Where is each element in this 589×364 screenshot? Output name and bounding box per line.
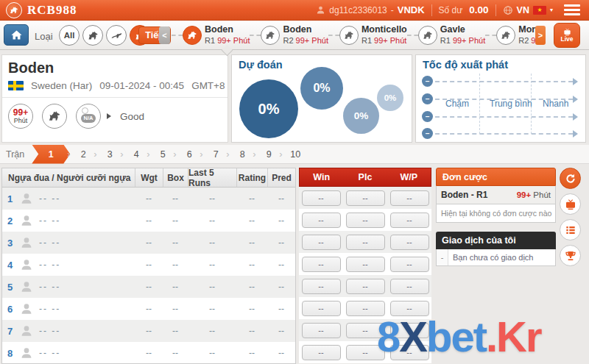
greyhound-icon xyxy=(110,29,123,42)
win-odds-button[interactable]: -- xyxy=(302,345,341,360)
race-venue: Gavle xyxy=(440,24,485,36)
countdown-badge: 99+ Phút xyxy=(8,104,33,129)
runner-box: -- xyxy=(163,304,188,314)
runner-box: -- xyxy=(163,193,188,204)
refresh-button[interactable] xyxy=(560,168,581,189)
win-odds-button[interactable]: -- xyxy=(302,323,341,338)
runner-number: 4 xyxy=(2,260,17,271)
prediction-panel: Dự đoán 0% 0% 0% 0% xyxy=(231,54,412,143)
race-tab[interactable]: Monticello R2 99+ Phút xyxy=(485,21,540,49)
wp-odds-button[interactable]: -- xyxy=(390,279,429,294)
race-tab[interactable]: Monticello R1 99+ Phút xyxy=(328,21,407,49)
runner-box: -- xyxy=(163,238,188,248)
win-odds-button[interactable]: -- xyxy=(302,235,341,250)
wp-odds-button[interactable]: -- xyxy=(390,213,429,228)
runner-number: 8 xyxy=(2,348,17,359)
plc-odds-button[interactable]: -- xyxy=(346,279,385,294)
race-nav-bar: Loại All Tiếp < Boden R1 99+ Phút xyxy=(0,21,589,50)
results-list-button[interactable] xyxy=(560,219,581,240)
race-venue: Boden xyxy=(205,24,250,36)
race-tab[interactable]: Boden R2 99+ Phút xyxy=(250,21,328,49)
filter-greyhound-button[interactable] xyxy=(106,25,127,46)
wp-odds-button[interactable]: -- xyxy=(390,323,429,338)
runner-wgt: -- xyxy=(135,348,163,358)
odds-row: -- -- -- xyxy=(299,275,431,297)
win-odds-button[interactable]: -- xyxy=(302,190,341,206)
tab-connector-line xyxy=(328,35,339,36)
win-odds-button[interactable]: -- xyxy=(302,279,341,294)
menu-icon[interactable] xyxy=(564,4,580,15)
wp-odds-button[interactable]: -- xyxy=(390,345,429,360)
race-number-tab[interactable]: 2 xyxy=(70,145,96,164)
column-header-wp: W/P xyxy=(387,172,431,182)
wp-odds-button[interactable]: -- xyxy=(390,257,429,272)
runner-row: 8 -- -- -- -- -- -- -- xyxy=(2,342,295,364)
plc-odds-button[interactable]: -- xyxy=(346,235,385,250)
runner-last5runs: -- xyxy=(188,326,236,336)
language-code: VN xyxy=(517,5,529,15)
runner-number: 1 xyxy=(2,193,17,204)
brand-logo[interactable]: RCB988 xyxy=(0,2,77,18)
plc-odds-button[interactable]: -- xyxy=(346,345,385,360)
odds-panel: Win Plc W/P -- -- -- -- -- -- -- -- -- xyxy=(299,168,431,364)
speed-label-medium: Trung bình xyxy=(490,99,532,109)
globe-icon xyxy=(503,5,513,15)
wp-odds-button[interactable]: -- xyxy=(390,301,429,316)
user-icon xyxy=(316,5,325,15)
plc-odds-button[interactable]: -- xyxy=(346,323,385,338)
runner-name: -- -- xyxy=(36,238,135,248)
runner-wgt: -- xyxy=(135,215,163,226)
betting-app-window: RCB988 dg11c2336013 - VNDK Số dư 0.00 VN… xyxy=(0,0,589,364)
scroll-left-button[interactable]: < xyxy=(159,26,170,44)
column-header-win: Win xyxy=(300,172,343,182)
race-number-tab[interactable]: 9 xyxy=(255,145,282,164)
vietnam-flag-icon: ★ xyxy=(533,6,546,15)
leaderboard-button[interactable] xyxy=(560,245,581,266)
plc-odds-button[interactable]: -- xyxy=(346,257,385,272)
win-odds-button[interactable]: -- xyxy=(302,257,341,272)
filter-all-button[interactable]: All xyxy=(59,25,80,46)
runner-pred: -- xyxy=(267,215,295,226)
jockey-avatar-icon xyxy=(17,213,36,228)
race-number-tab[interactable]: 1 xyxy=(32,145,70,164)
race-countdown: 99+ Phút xyxy=(453,36,485,45)
win-odds-button[interactable]: -- xyxy=(302,213,341,228)
runner-box: -- xyxy=(163,260,188,270)
runner-last5runs: -- xyxy=(188,238,236,248)
runner-rating: -- xyxy=(236,215,267,226)
race-tab[interactable]: Gavle R1 99+ Phút xyxy=(407,21,485,49)
wp-odds-button[interactable]: -- xyxy=(390,190,429,206)
transactions-title: Giao dịch của tôi xyxy=(436,232,556,249)
race-countdown: 99+ Phút xyxy=(296,36,328,45)
live-video-button[interactable] xyxy=(560,193,581,215)
scroll-right-button[interactable]: > xyxy=(535,26,546,45)
betslip-title: Đơn cược xyxy=(436,168,556,186)
race-number-tab[interactable]: 5 xyxy=(149,145,176,164)
race-number-tab[interactable]: 4 xyxy=(123,145,149,164)
language-selector[interactable]: VN ★ ▾ xyxy=(503,5,553,15)
arrow-right-icon xyxy=(573,113,578,121)
race-number-tab[interactable]: 6 xyxy=(176,145,202,164)
plc-odds-button[interactable]: -- xyxy=(346,190,385,206)
live-button[interactable]: Live xyxy=(554,23,580,48)
race-tab[interactable]: Boden R1 99+ Phút xyxy=(172,21,250,49)
refresh-icon xyxy=(565,173,576,185)
user-account[interactable]: dg11c2336013 - VNDK xyxy=(316,4,424,15)
race-number-tab[interactable]: 8 xyxy=(229,145,255,164)
start-speed-panel: Tốc độ xuất phát – – – – Chậm Trung bình… xyxy=(415,54,586,143)
runner-name: -- -- xyxy=(36,304,135,314)
filter-horse-racing-button[interactable] xyxy=(82,25,103,46)
home-button[interactable] xyxy=(4,24,29,46)
race-selector-label: Trận xyxy=(0,149,32,160)
plc-odds-button[interactable]: -- xyxy=(346,213,385,228)
race-number-tab[interactable]: 7 xyxy=(202,145,229,164)
race-number-tab[interactable]: 10 xyxy=(282,145,308,164)
runner-rating: -- xyxy=(236,260,267,270)
harness-racing-icon xyxy=(261,26,280,45)
win-odds-button[interactable]: -- xyxy=(302,301,341,316)
plc-odds-button[interactable]: -- xyxy=(346,301,385,316)
wp-odds-button[interactable]: -- xyxy=(390,235,429,250)
runner-name: -- -- xyxy=(36,326,135,336)
race-number-tab[interactable]: 3 xyxy=(96,145,123,164)
race-venue: Boden xyxy=(283,24,328,36)
